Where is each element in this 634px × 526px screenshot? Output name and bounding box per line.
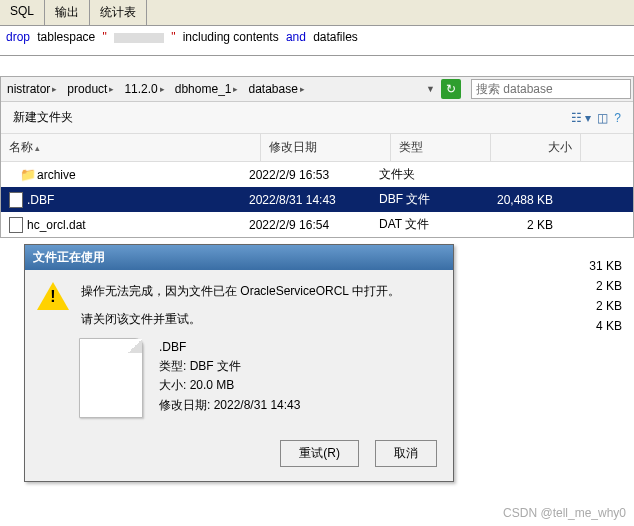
preview-type: 类型: DBF 文件 bbox=[159, 357, 300, 376]
redacted bbox=[114, 33, 164, 43]
sql-kw: and bbox=[286, 30, 306, 44]
dialog-title: 文件正在使用 bbox=[25, 245, 453, 270]
col-date[interactable]: 修改日期 bbox=[261, 134, 391, 161]
dialog-message: 操作无法完成，因为文件已在 OracleServiceORCL 中打开。 请关闭… bbox=[81, 282, 400, 328]
document-icon bbox=[79, 338, 143, 418]
tab-output[interactable]: 输出 bbox=[45, 0, 90, 25]
view-mode-icon[interactable]: ☷ ▾ bbox=[571, 111, 591, 125]
view-icons: ☷ ▾ ◫ ? bbox=[571, 111, 629, 125]
file-icon bbox=[9, 192, 23, 208]
preview-name: .DBF bbox=[159, 338, 300, 357]
crumb-0[interactable]: nistrator▸ bbox=[3, 80, 61, 98]
toolbar: 新建文件夹 ☷ ▾ ◫ ? bbox=[1, 102, 633, 134]
search-input[interactable] bbox=[471, 79, 631, 99]
file-list: archive 2022/2/9 16:53 文件夹 .DBF 2022/8/3… bbox=[1, 162, 633, 237]
help-icon[interactable]: ? bbox=[614, 111, 621, 125]
col-type[interactable]: 类型 bbox=[391, 134, 491, 161]
sql-kw: drop bbox=[6, 30, 30, 44]
sql-text: including contents bbox=[183, 30, 279, 44]
list-item[interactable]: archive 2022/2/9 16:53 文件夹 bbox=[1, 162, 633, 187]
new-folder-button[interactable]: 新建文件夹 bbox=[5, 106, 81, 129]
list-item[interactable]: .DBF 2022/8/31 14:43 DBF 文件 20,488 KB bbox=[1, 187, 633, 212]
sql-tabs: SQL 输出 统计表 bbox=[0, 0, 634, 26]
tab-sql[interactable]: SQL bbox=[0, 0, 45, 25]
refresh-icon[interactable]: ↻ bbox=[441, 79, 461, 99]
dropdown-arrow-icon[interactable]: ▼ bbox=[426, 84, 435, 94]
crumb-2[interactable]: 11.2.0▸ bbox=[120, 80, 168, 98]
sql-editor[interactable]: drop tablespace " " including contents a… bbox=[0, 26, 634, 56]
col-size[interactable]: 大小 bbox=[491, 134, 581, 161]
hidden-file-sizes: 31 KB 2 KB 2 KB 4 KB bbox=[589, 256, 622, 336]
crumb-4[interactable]: database▸ bbox=[244, 80, 308, 98]
sql-quote: " bbox=[102, 30, 106, 44]
col-name[interactable]: 名称▴ bbox=[1, 134, 261, 161]
watermark: CSDN @tell_me_why0 bbox=[503, 506, 626, 520]
warning-icon bbox=[37, 282, 69, 310]
file-preview: .DBF 类型: DBF 文件 大小: 20.0 MB 修改日期: 2022/8… bbox=[79, 338, 441, 418]
preview-size: 大小: 20.0 MB bbox=[159, 376, 300, 395]
sql-text: datafiles bbox=[313, 30, 358, 44]
crumb-1[interactable]: product▸ bbox=[63, 80, 118, 98]
file-explorer: nistrator▸ product▸ 11.2.0▸ dbhome_1▸ da… bbox=[0, 76, 634, 238]
folder-icon bbox=[19, 167, 37, 182]
preview-date: 修改日期: 2022/8/31 14:43 bbox=[159, 396, 300, 415]
list-header: 名称▴ 修改日期 类型 大小 bbox=[1, 134, 633, 162]
sql-text: tablespace bbox=[37, 30, 95, 44]
file-in-use-dialog: 文件正在使用 操作无法完成，因为文件已在 OracleServiceORCL 中… bbox=[24, 244, 454, 482]
retry-button[interactable]: 重试(R) bbox=[280, 440, 359, 467]
file-icon bbox=[9, 217, 23, 233]
crumb-3[interactable]: dbhome_1▸ bbox=[171, 80, 243, 98]
breadcrumb: nistrator▸ product▸ 11.2.0▸ dbhome_1▸ da… bbox=[1, 77, 633, 102]
list-item[interactable]: hc_orcl.dat 2022/2/9 16:54 DAT 文件 2 KB bbox=[1, 212, 633, 237]
tab-stats[interactable]: 统计表 bbox=[90, 0, 147, 25]
sql-quote: " bbox=[171, 30, 175, 44]
preview-pane-icon[interactable]: ◫ bbox=[597, 111, 608, 125]
cancel-button[interactable]: 取消 bbox=[375, 440, 437, 467]
